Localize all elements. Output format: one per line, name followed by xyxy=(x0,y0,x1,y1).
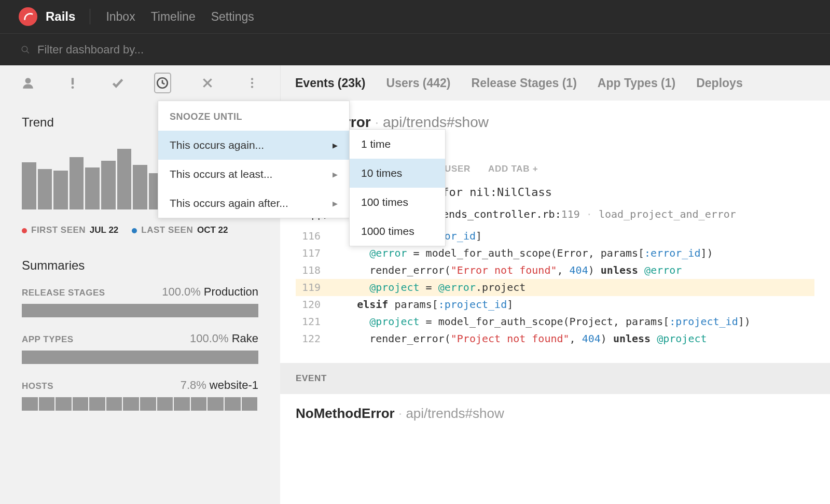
tab-users------[interactable]: Users (442) xyxy=(386,76,451,90)
nav-inbox[interactable]: Inbox xyxy=(106,10,135,24)
summary-label: HOSTS xyxy=(22,381,53,391)
code-text: @project = @error.project xyxy=(332,279,814,296)
chevron-right-icon: ▶ xyxy=(333,200,338,207)
snooze-10-times[interactable]: 10 times xyxy=(350,159,445,188)
line-number: 122 xyxy=(296,330,332,347)
more-button[interactable] xyxy=(244,73,260,93)
event-section-header: EVENT xyxy=(280,363,830,394)
summary-row: HOSTS7.8%website-1 xyxy=(22,379,258,411)
summary-value: 100.0%Rake xyxy=(190,332,258,345)
severity-button[interactable] xyxy=(64,73,81,93)
code-text: @error = model_for_auth_scope(Error, par… xyxy=(332,245,814,262)
summary-value: 100.0%Production xyxy=(162,285,258,299)
snooze-submenu: 1 time 10 times 100 times 1000 times xyxy=(349,129,446,246)
svg-point-0 xyxy=(22,46,27,52)
chevron-right-icon: ▶ xyxy=(333,171,338,178)
assign-button[interactable] xyxy=(20,73,36,93)
line-number: 118 xyxy=(296,262,332,279)
chart-bar xyxy=(117,149,132,209)
svg-point-9 xyxy=(251,82,253,84)
legend-last-seen: LAST SEEN OCT 22 xyxy=(132,225,228,235)
snooze-item-label: This occurs at least... xyxy=(170,168,272,180)
line-number: 119 xyxy=(296,279,332,296)
top-nav: Rails Inbox Timeline Settings xyxy=(0,0,830,33)
dot-icon xyxy=(22,228,27,233)
summary-row: RELEASE STAGES100.0%Production xyxy=(22,285,258,317)
chart-bar xyxy=(133,165,147,209)
code-line: 119 @project = @error.project xyxy=(296,279,814,296)
tab-release-stages----[interactable]: Release Stages (1) xyxy=(472,76,577,90)
summary-label: RELEASE STAGES xyxy=(22,288,105,298)
code-text: render_error("Project not found", 404) u… xyxy=(332,330,814,347)
left-panel: SNOOZE UNTIL This occurs again... ▶ This… xyxy=(0,65,280,504)
line-number: 120 xyxy=(296,296,332,313)
snooze-1-time[interactable]: 1 time xyxy=(350,130,445,159)
detail-tab-add-tab--[interactable]: ADD TAB + xyxy=(488,164,538,174)
legend-first-seen: FIRST SEEN JUL 22 xyxy=(22,225,118,235)
summary-value: 7.8%website-1 xyxy=(181,379,258,392)
snooze-occurs-again-after[interactable]: This occurs again after... ▶ xyxy=(158,189,349,218)
code-line: 118 render_error("Error not found", 404)… xyxy=(296,262,814,279)
summary-bar xyxy=(22,304,258,317)
snooze-item-label: This occurs again after... xyxy=(170,197,288,209)
line-number: 121 xyxy=(296,313,332,330)
summary-label: APP TYPES xyxy=(22,334,74,345)
summary-bar xyxy=(22,397,258,411)
chevron-right-icon: ▶ xyxy=(333,142,338,149)
svg-line-1 xyxy=(26,51,29,53)
nav-timeline[interactable]: Timeline xyxy=(151,10,196,24)
chart-bar xyxy=(38,169,52,209)
snooze-menu: SNOOZE UNTIL This occurs again... ▶ This… xyxy=(158,101,350,218)
code-text: render_error("Error not found", 404) unl… xyxy=(332,262,814,279)
summaries-title: Summaries xyxy=(22,258,258,273)
summary-row: APP TYPES100.0%Rake xyxy=(22,332,258,364)
resolve-button[interactable] xyxy=(109,73,126,93)
tab-app-types----[interactable]: App Types (1) xyxy=(598,76,675,90)
code-line: 117 @error = model_for_auth_scope(Error,… xyxy=(296,245,814,262)
svg-point-10 xyxy=(251,86,253,88)
app-name: Rails xyxy=(46,9,75,24)
snooze-button[interactable] xyxy=(154,73,171,93)
snooze-100-times[interactable]: 100 times xyxy=(350,188,445,217)
event-title: NoMethodError · api/trends#show xyxy=(296,394,814,422)
snooze-item-label: This occurs again... xyxy=(170,139,264,151)
error-title: ethodError · api/trends#show xyxy=(296,114,814,131)
code-line: 122 render_error("Project not found", 40… xyxy=(296,330,814,347)
summary-bar xyxy=(22,351,258,364)
code-text: elsif params[:project_id] xyxy=(332,296,814,313)
trend-legend: FIRST SEEN JUL 22 LAST SEEN OCT 22 xyxy=(22,225,258,235)
event-tabs: Events (23k)Users (442)Release Stages (1… xyxy=(280,65,830,101)
code-line: 121 @project = model_for_auth_scope(Proj… xyxy=(296,313,814,330)
action-bar: SNOOZE UNTIL This occurs again... ▶ This… xyxy=(0,65,280,101)
svg-rect-3 xyxy=(72,78,74,85)
logo[interactable]: Rails xyxy=(19,9,90,24)
filter-bar xyxy=(0,33,830,65)
svg-point-4 xyxy=(72,86,74,89)
code-line: 120 elsif params[:project_id] xyxy=(296,296,814,313)
tab-deploys[interactable]: Deploys xyxy=(696,76,742,90)
chart-bar xyxy=(101,161,116,209)
search-icon xyxy=(21,45,30,54)
line-number: 116 xyxy=(296,228,332,245)
delete-button[interactable] xyxy=(199,73,216,93)
code-text: @project = model_for_auth_scope(Project,… xyxy=(332,313,814,330)
snooze-occurs-again[interactable]: This occurs again... ▶ xyxy=(158,131,349,160)
snooze-menu-header: SNOOZE UNTIL xyxy=(158,101,349,131)
filter-input[interactable] xyxy=(37,43,809,57)
chart-bar xyxy=(85,167,100,209)
snooze-1000-times[interactable]: 1000 times xyxy=(350,217,445,246)
tab-events----k-[interactable]: Events (23k) xyxy=(295,76,366,90)
svg-point-8 xyxy=(251,78,253,80)
detail-tab-user[interactable]: USER xyxy=(445,164,471,174)
chart-bar xyxy=(22,162,36,209)
snooze-occurs-at-least[interactable]: This occurs at least... ▶ xyxy=(158,160,349,189)
line-number: 117 xyxy=(296,245,332,262)
dot-icon xyxy=(132,228,137,233)
logo-icon xyxy=(19,7,37,26)
svg-point-2 xyxy=(25,78,31,83)
nav-settings[interactable]: Settings xyxy=(211,10,254,24)
chart-bar xyxy=(70,157,84,209)
chart-bar xyxy=(53,171,68,209)
